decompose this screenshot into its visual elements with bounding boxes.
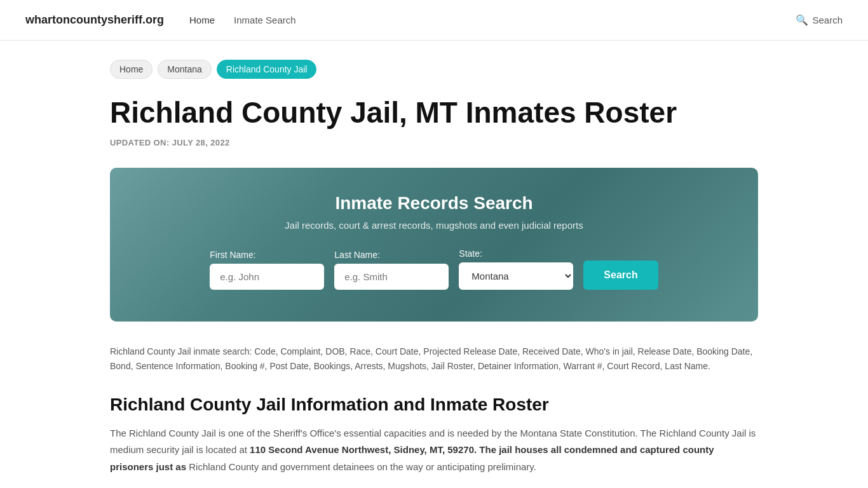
last-name-input[interactable]	[334, 264, 449, 290]
search-icon: 🔍	[796, 14, 808, 26]
breadcrumb: Home Montana Richland County Jail	[110, 60, 758, 79]
last-name-label: Last Name:	[334, 250, 380, 260]
header-left: whartoncountysheriff.org Home Inmate Sea…	[25, 13, 296, 27]
nav-home[interactable]: Home	[189, 15, 215, 25]
section-paragraph: The Richland County Jail is one of the S…	[110, 425, 758, 475]
main-nav: Home Inmate Search	[189, 15, 296, 25]
jail-address: 110 Second Avenue Northwest, Sidney, MT,…	[250, 444, 477, 455]
search-box-title: Inmate Records Search	[148, 193, 720, 214]
site-title[interactable]: whartoncountysheriff.org	[25, 13, 164, 27]
breadcrumb-richland[interactable]: Richland County Jail	[217, 60, 317, 79]
search-box-subtitle: Jail records, court & arrest records, mu…	[148, 220, 720, 231]
state-select[interactable]: Montana Alabama Alaska Arizona Arkansas …	[459, 262, 573, 290]
first-name-label: First Name:	[210, 250, 255, 260]
site-header: whartoncountysheriff.org Home Inmate Sea…	[0, 0, 868, 41]
page-title: Richland County Jail, MT Inmates Roster	[110, 97, 758, 129]
updated-prefix: UPDATED ON:	[110, 138, 170, 147]
inmate-records-search-box: Inmate Records Search Jail records, cour…	[110, 168, 758, 322]
header-search-button[interactable]: 🔍 Search	[796, 14, 843, 26]
first-name-input[interactable]	[210, 264, 324, 290]
state-group: State: Montana Alabama Alaska Arizona Ar…	[459, 248, 573, 290]
breadcrumb-home[interactable]: Home	[110, 60, 153, 79]
state-label: State:	[459, 248, 482, 259]
breadcrumb-montana[interactable]: Montana	[158, 60, 211, 79]
updated-date-value: JULY 28, 2022	[172, 138, 230, 147]
search-form: First Name: Last Name: State: Montana Al…	[148, 248, 720, 290]
last-name-group: Last Name:	[334, 250, 449, 290]
header-search-label: Search	[812, 15, 843, 25]
nav-inmate-search[interactable]: Inmate Search	[234, 15, 296, 25]
first-name-group: First Name:	[210, 250, 324, 290]
search-button[interactable]: Search	[583, 261, 658, 290]
main-content: Home Montana Richland County Jail Richla…	[85, 41, 783, 488]
description-text: Richland County Jail inmate search: Code…	[110, 344, 758, 375]
updated-date: UPDATED ON: JULY 28, 2022	[110, 138, 758, 147]
section-heading: Richland County Jail Information and Inm…	[110, 395, 758, 415]
